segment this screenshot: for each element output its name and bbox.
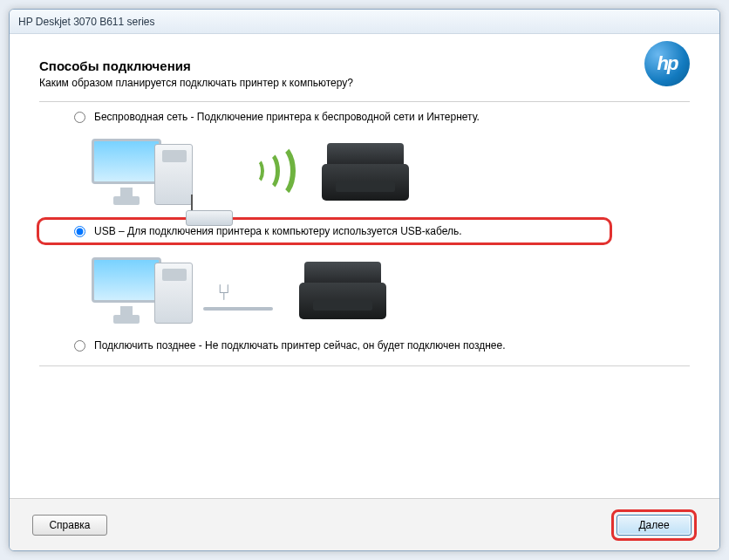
printer-icon — [299, 262, 386, 319]
content-area: Способы подключения Каким образом планир… — [10, 34, 719, 498]
usb-cable-icon: ⑂ — [203, 279, 273, 323]
illustration-usb: ⑂ — [39, 245, 690, 336]
pc-tower-icon — [154, 263, 193, 324]
titlebar: HP Deskjet 3070 B611 series — [10, 10, 719, 34]
radio-usb[interactable] — [74, 226, 85, 237]
window-title: HP Deskjet 3070 B611 series — [18, 16, 155, 28]
option-wireless-label: Беспроводная сеть - Подключение принтера… — [94, 111, 480, 123]
radio-wireless[interactable] — [74, 112, 85, 123]
wifi-signal-icon — [249, 146, 296, 198]
option-later[interactable]: Подключить позднее - Не подключать принт… — [39, 336, 690, 355]
page-subheading: Каким образом планируется подключать при… — [39, 77, 690, 89]
next-button[interactable]: Далее — [617, 515, 692, 536]
next-highlight: Далее — [611, 509, 697, 541]
options-panel: Беспроводная сеть - Подключение принтера… — [39, 101, 690, 366]
illustration-wireless — [39, 126, 690, 217]
option-later-label: Подключить позднее - Не подключать принт… — [94, 339, 506, 352]
printer-icon — [322, 143, 409, 201]
footer-bar: Справка Далее — [10, 498, 719, 550]
option-usb-label: USB – Для подключения принтера к компьют… — [94, 225, 462, 237]
radio-later[interactable] — [74, 340, 85, 352]
router-icon — [182, 195, 238, 226]
option-usb[interactable]: USB – Для подключения принтера к компьют… — [37, 217, 612, 245]
help-button[interactable]: Справка — [32, 515, 107, 536]
option-wireless[interactable]: Беспроводная сеть - Подключение принтера… — [39, 107, 690, 126]
page-heading: Способы подключения — [39, 58, 690, 73]
installer-window: HP Deskjet 3070 B611 series hp Способы п… — [9, 9, 720, 551]
